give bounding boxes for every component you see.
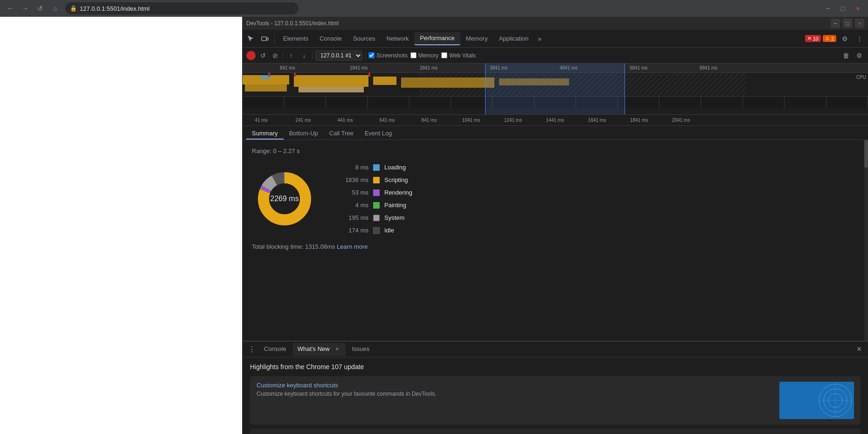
inspect-element-button[interactable] <box>244 32 257 45</box>
memory-checkbox-label[interactable]: Memory <box>410 52 438 59</box>
feature-card-text: Customize keyboard shortcuts Customize k… <box>257 382 774 397</box>
rendering-label: Rendering <box>384 189 412 196</box>
nav-reload-button[interactable]: ↺ <box>34 2 47 15</box>
time-tick-8: 1441 ms <box>546 118 564 123</box>
learn-more-link[interactable]: Learn more <box>337 243 368 250</box>
donut-center-label: 2269 ms <box>270 195 299 203</box>
reload-record-button[interactable]: ↺ <box>258 51 268 60</box>
analysis-content: Range: 0 – 2.27 s <box>243 140 868 341</box>
web-vitals-checkbox[interactable] <box>441 52 447 58</box>
whats-new-close-icon[interactable]: × <box>333 345 341 353</box>
web-vitals-checkbox-label[interactable]: Web Vitals <box>441 52 476 59</box>
tab-application[interactable]: Application <box>493 32 535 45</box>
tab-bottom-up[interactable]: Bottom-Up <box>284 128 324 140</box>
tab-sources[interactable]: Sources <box>347 32 381 45</box>
tab-memory[interactable]: Memory <box>460 32 493 45</box>
perf-settings-button[interactable]: ⚙ <box>854 50 864 61</box>
scripting-swatch <box>373 177 380 183</box>
scripting-value: 1836 ms <box>336 176 368 183</box>
memory-label: Memory <box>418 52 438 59</box>
screenshots-checkbox[interactable] <box>368 52 375 58</box>
screenshots-label: Screenshots <box>376 52 408 59</box>
nav-home-button[interactable]: ⌂ <box>49 2 62 15</box>
devtools-more-button[interactable]: ⋮ <box>853 32 866 45</box>
time-tick-2: 241 ms <box>296 118 311 123</box>
tab-console[interactable]: Console <box>314 32 347 45</box>
browser-titlebar: ← → ↺ ⌂ 🔒 127.0.0.1:5501/index.html − □ … <box>0 0 868 17</box>
legend-item-scripting: 1836 ms Scripting <box>336 176 412 183</box>
time-tick-9: 1641 ms <box>588 118 606 123</box>
time-tick-3: 441 ms <box>338 118 353 123</box>
summary-grid: 2269 ms 8 ms Loading 1836 ms <box>252 164 859 234</box>
tab-elements[interactable]: Elements <box>278 32 314 45</box>
legend-item-painting: 4 ms Painting <box>336 202 412 209</box>
error-badge: ✕ 10 <box>805 35 821 42</box>
drawer-tab-issues[interactable]: Issues <box>347 343 375 356</box>
close-button[interactable]: × <box>851 2 864 15</box>
warning-icon: ⚠ <box>825 35 830 42</box>
ruler-mark-1: 841 ms <box>280 65 295 70</box>
filmstrip-frame <box>243 97 284 108</box>
drawer-close-button[interactable]: × <box>854 344 864 355</box>
profile-selector[interactable]: 127.0.0.1 #1 <box>315 50 362 61</box>
svg-rect-1 <box>267 38 268 40</box>
download-profile-button[interactable]: ↓ <box>299 50 309 61</box>
keyboard-shortcuts-title[interactable]: Customize keyboard shortcuts <box>257 382 774 389</box>
system-value: 195 ms <box>336 214 368 221</box>
filmstrip-frame <box>410 97 451 108</box>
drawer-tab-console[interactable]: Console <box>259 343 291 356</box>
device-emulation-button[interactable] <box>258 32 271 45</box>
keyboard-shortcuts-desc: Customize keyboard shortcuts for your fa… <box>257 391 774 397</box>
timeline-overview[interactable]: 841 ms 1841 ms 2841 ms 3841 ms 4841 ms 5… <box>243 63 868 115</box>
tab-summary[interactable]: Summary <box>246 128 284 140</box>
idle-swatch <box>373 227 380 234</box>
page-area <box>0 17 242 434</box>
tab-call-tree[interactable]: Call Tree <box>324 128 359 140</box>
tab-network[interactable]: Network <box>381 32 415 45</box>
analysis-panel: Summary Bottom-Up Call Tree Event Log Ra… <box>243 126 868 341</box>
toolbar-right: ✕ 10 ⚠ 2 ⚙ ⋮ <box>805 32 866 45</box>
time-tick-1: 41 ms <box>255 118 267 123</box>
toolbar-sep-2 <box>312 52 312 59</box>
devtools-close-button[interactable]: × <box>855 19 864 28</box>
upload-profile-button[interactable]: ↑ <box>286 50 296 61</box>
painting-label: Painting <box>384 202 406 209</box>
minimize-button[interactable]: − <box>821 2 834 15</box>
time-axis: 41 ms 241 ms 441 ms 641 ms 841 ms 1041 m… <box>243 115 868 126</box>
memory-checkbox[interactable] <box>410 52 417 58</box>
drawer-tab-whats-new[interactable]: What's New × <box>293 343 346 356</box>
tab-event-log[interactable]: Event Log <box>359 128 398 140</box>
clear-button[interactable]: 🗑 <box>841 50 851 61</box>
legend-item-loading: 8 ms Loading <box>336 164 412 171</box>
ruler-mark-7: 6841 ms <box>700 65 717 70</box>
scripting-label: Scripting <box>384 176 408 183</box>
analysis-tabs: Summary Bottom-Up Call Tree Event Log <box>243 126 868 140</box>
more-tabs-button[interactable]: » <box>534 33 545 44</box>
drawer-menu-button[interactable]: ⋮ <box>246 345 257 354</box>
devtools-settings-button[interactable]: ⚙ <box>838 32 851 45</box>
address-bar[interactable]: 🔒 127.0.0.1:5501/index.html <box>65 2 299 14</box>
filmstrip-frame <box>368 97 409 108</box>
nav-back-button[interactable]: ← <box>4 2 17 15</box>
clear-recording-button[interactable]: ⊘ <box>271 51 280 60</box>
system-label: System <box>384 214 404 221</box>
browser-window: ← → ↺ ⌂ 🔒 127.0.0.1:5501/index.html − □ … <box>0 0 868 434</box>
record-stop-button[interactable] <box>246 51 256 60</box>
main-nav-tabs: Elements Console Sources Network Perform… <box>278 32 804 45</box>
rendering-value: 53 ms <box>336 189 368 196</box>
devtools-panel: DevTools - 127.0.0.1:5501/index.html − □… <box>242 17 868 434</box>
scrollbar-track[interactable] <box>864 140 868 341</box>
timeline-selection[interactable] <box>485 63 625 114</box>
legend-item-rendering: 53 ms Rendering <box>336 189 412 196</box>
tab-performance[interactable]: Performance <box>414 32 460 45</box>
range-text: Range: 0 – 2.27 s <box>252 147 859 154</box>
screenshots-checkbox-label[interactable]: Screenshots <box>368 52 408 59</box>
loading-value: 8 ms <box>336 164 368 171</box>
toolbar-sep-1 <box>283 52 283 59</box>
maximize-button[interactable]: □ <box>836 2 849 15</box>
devtools-maximize-button[interactable]: □ <box>843 19 852 28</box>
nav-forward-button[interactable]: → <box>19 2 32 15</box>
devtools-minimize-button[interactable]: − <box>831 19 840 28</box>
scrollbar-thumb[interactable] <box>864 140 868 168</box>
time-tick-4: 641 ms <box>380 118 395 123</box>
